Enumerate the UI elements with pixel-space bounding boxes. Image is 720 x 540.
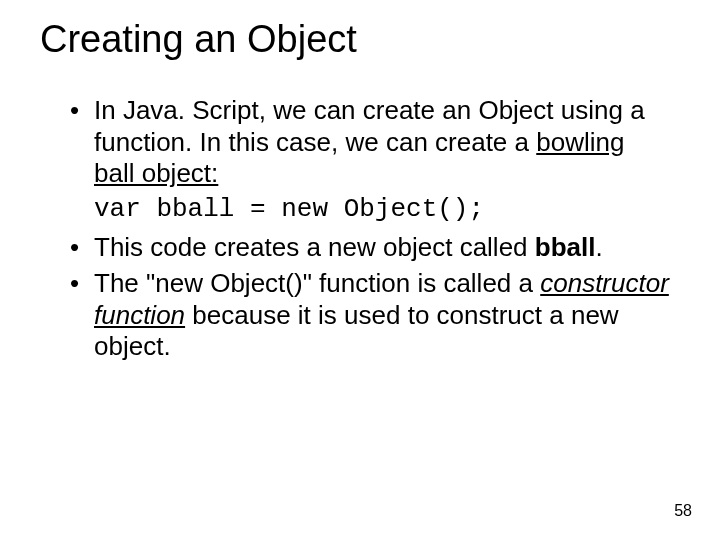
bullet-item-2: This code creates a new object called bb… xyxy=(70,232,670,264)
bullet-2-bold: bball xyxy=(535,232,596,262)
bullet-2-suffix: . xyxy=(595,232,602,262)
bullet-3-prefix: The "new Object()" function is called a xyxy=(94,268,540,298)
bullet-item-1: In Java. Script, we can create an Object… xyxy=(70,95,670,190)
slide-title: Creating an Object xyxy=(40,18,680,61)
bullet-2-prefix: This code creates a new object called xyxy=(94,232,535,262)
code-line: var bball = new Object(); xyxy=(94,194,680,224)
bullet-list: In Java. Script, we can create an Object… xyxy=(40,95,680,190)
bullet-list-2: This code creates a new object called bb… xyxy=(40,232,680,363)
slide: Creating an Object In Java. Script, we c… xyxy=(0,0,720,540)
bullet-item-3: The "new Object()" function is called a … xyxy=(70,268,670,363)
page-number: 58 xyxy=(674,502,692,520)
